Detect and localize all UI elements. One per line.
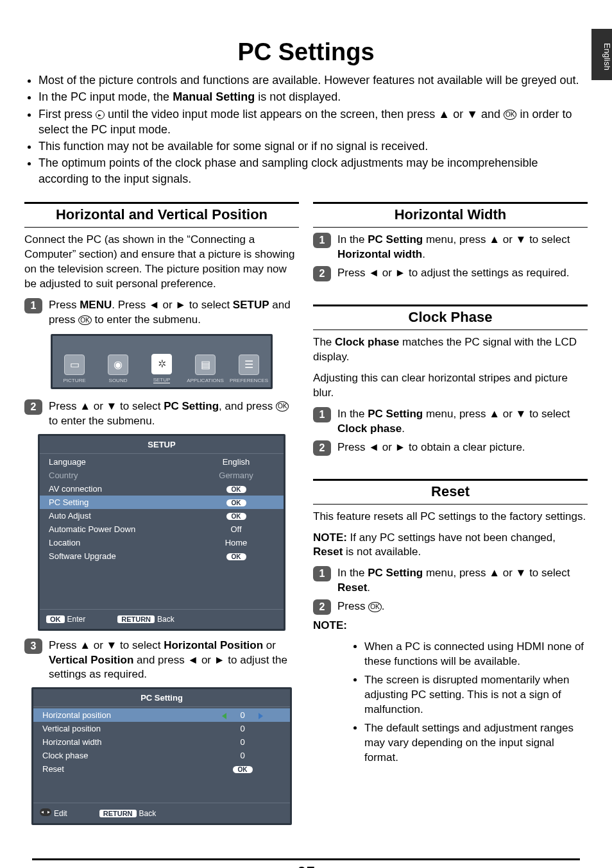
section-title-clock-phase: Clock Phase bbox=[313, 309, 588, 326]
notes-title: NOTE: bbox=[313, 619, 588, 633]
footer-rule bbox=[32, 858, 580, 860]
section-title-reset: Reset bbox=[313, 483, 588, 500]
osd-row-auto-adjust[interactable]: Auto Adjust OK bbox=[40, 509, 284, 522]
picture-icon: ▭ bbox=[64, 355, 85, 375]
osd-row-software-upgrade[interactable]: Software Upgrade OK bbox=[40, 549, 284, 563]
intro-bullet: The optimum points of the clock phase an… bbox=[38, 155, 586, 187]
osd-setup-panel: SETUP Language English Country Germany A… bbox=[38, 434, 285, 631]
osd-row-clock-phase[interactable]: Clock phase 0 bbox=[33, 749, 290, 762]
horiz-pos-intro: Connect the PC (as shown in the “Connect… bbox=[24, 233, 299, 292]
clock-phase-p2: Adjusting this can clear horizontal stri… bbox=[313, 371, 588, 401]
intro-bullet: This function may not be available for s… bbox=[38, 138, 586, 154]
osd-row-av-connection[interactable]: AV connection OK bbox=[40, 482, 284, 496]
menu-sound[interactable]: ◉ SOUND bbox=[96, 336, 140, 387]
preferences-icon: ☰ bbox=[239, 355, 259, 375]
osd-footer: Edit RETURNBack bbox=[33, 805, 290, 823]
input-source-icon bbox=[96, 110, 105, 119]
menu-preferences[interactable]: ☰ PREFERENCES bbox=[227, 336, 271, 387]
step-number-icon: 2 bbox=[313, 266, 331, 281]
reset-intro: This feature resets all PC settings to t… bbox=[313, 510, 588, 524]
page-title: PC Settings bbox=[19, 38, 593, 66]
step-1: 1 In the PC Setting menu, press ▲ or ▼ t… bbox=[313, 233, 588, 262]
menu-applications[interactable]: ▤ APPLICATIONS bbox=[183, 336, 227, 387]
note-item: The default settings and adjustment rang… bbox=[364, 721, 588, 765]
menu-picture[interactable]: ▭ PICTURE bbox=[53, 336, 96, 387]
step-2: 2 Press OK. bbox=[313, 599, 588, 615]
right-column: Horizontal Width 1 In the PC Setting men… bbox=[313, 196, 588, 833]
applications-icon: ▤ bbox=[195, 355, 216, 375]
osd-row-horizontal-position[interactable]: Horizontal position 0 bbox=[33, 708, 290, 722]
step-2: 2 Press ◄ or ► to adjust the settings as… bbox=[313, 266, 588, 281]
osd-footer: OKEnter RETURNBack bbox=[40, 611, 284, 629]
notes-list: When a PC is connected using HDMI none o… bbox=[352, 640, 588, 765]
sound-icon: ◉ bbox=[108, 355, 128, 375]
step-2: 2 Press ▲ or ▼ to select PC Setting, and… bbox=[24, 399, 299, 429]
osd-title: PC Setting bbox=[33, 689, 290, 705]
reset-note: NOTE: If any PC settings have not been c… bbox=[313, 531, 588, 560]
osd-row-horizontal-width[interactable]: Horizontal width 0 bbox=[33, 735, 290, 749]
step-number-icon: 1 bbox=[313, 407, 331, 422]
osd-row-location[interactable]: Location Home bbox=[40, 536, 284, 549]
intro-bullet: In the PC input mode, the Manual Setting… bbox=[38, 89, 586, 104]
step-number-icon: 2 bbox=[24, 399, 42, 415]
osd-title: SETUP bbox=[40, 436, 284, 452]
step-number-icon: 1 bbox=[24, 298, 42, 313]
ok-key-icon: OK bbox=[46, 615, 65, 623]
menu-setup[interactable]: ✲ SETUP bbox=[140, 336, 183, 387]
osd-top-menu: ▭ PICTURE ◉ SOUND ✲ SETUP ▤ APPLICATIONS… bbox=[51, 334, 273, 389]
step-number-icon: 2 bbox=[313, 599, 331, 615]
step-number-icon: 2 bbox=[313, 440, 331, 456]
step-number-icon: 3 bbox=[24, 638, 42, 654]
osd-row-language[interactable]: Language English bbox=[40, 455, 284, 469]
step-1: 1 Press MENU. Press ◄ or ► to select SET… bbox=[24, 298, 299, 328]
section-title-horizontal-width: Horizontal Width bbox=[313, 206, 588, 223]
step-1: 1 In the PC Setting menu, press ▲ or ▼ t… bbox=[313, 407, 588, 437]
osd-row-pc-setting[interactable]: PC Setting OK bbox=[40, 496, 284, 509]
note-item: When a PC is connected using HDMI none o… bbox=[364, 640, 588, 669]
intro-bullet: Most of the picture controls and functio… bbox=[38, 72, 586, 88]
left-right-key-icon bbox=[40, 808, 51, 816]
step-2: 2 Press ◄ or ► to obtain a clear picture… bbox=[313, 440, 588, 456]
left-column: Horizontal and Vertical Position Connect… bbox=[24, 196, 299, 833]
page-number: 65 bbox=[19, 863, 593, 868]
intro-bullet: First press until the video input mode l… bbox=[38, 106, 586, 138]
osd-pc-setting-panel: PC Setting Horizontal position 0 Vertica… bbox=[31, 687, 292, 825]
osd-row-vertical-position[interactable]: Vertical position 0 bbox=[33, 722, 290, 735]
arrow-left-icon[interactable] bbox=[222, 713, 226, 719]
ok-icon: OK bbox=[504, 110, 516, 120]
setup-gear-icon: ✲ bbox=[151, 354, 172, 374]
section-title-horizontal-vertical: Horizontal and Vertical Position bbox=[24, 206, 299, 223]
clock-phase-p1: The Clock phase matches the PC signal wi… bbox=[313, 335, 588, 365]
ok-icon: OK bbox=[368, 602, 381, 612]
step-1: 1 In the PC Setting menu, press ▲ or ▼ t… bbox=[313, 566, 588, 596]
note-item: The screen is disrupted momentarily when… bbox=[364, 673, 588, 717]
osd-row-country: Country Germany bbox=[40, 469, 284, 482]
ok-icon: OK bbox=[78, 315, 91, 326]
osd-row-auto-power-down[interactable]: Automatic Power Down Off bbox=[40, 522, 284, 536]
step-number-icon: 1 bbox=[313, 233, 331, 248]
arrow-right-icon[interactable] bbox=[259, 713, 263, 719]
osd-row-reset[interactable]: Reset OK bbox=[33, 762, 290, 776]
language-side-tab: English bbox=[591, 29, 612, 80]
step-number-icon: 1 bbox=[313, 566, 331, 581]
return-key-icon: RETURN bbox=[117, 615, 155, 623]
ok-icon: OK bbox=[276, 401, 289, 412]
step-3: 3 Press ▲ or ▼ to select Horizontal Posi… bbox=[24, 638, 299, 683]
return-key-icon: RETURN bbox=[99, 810, 137, 817]
intro-list: Most of the picture controls and functio… bbox=[26, 72, 586, 187]
